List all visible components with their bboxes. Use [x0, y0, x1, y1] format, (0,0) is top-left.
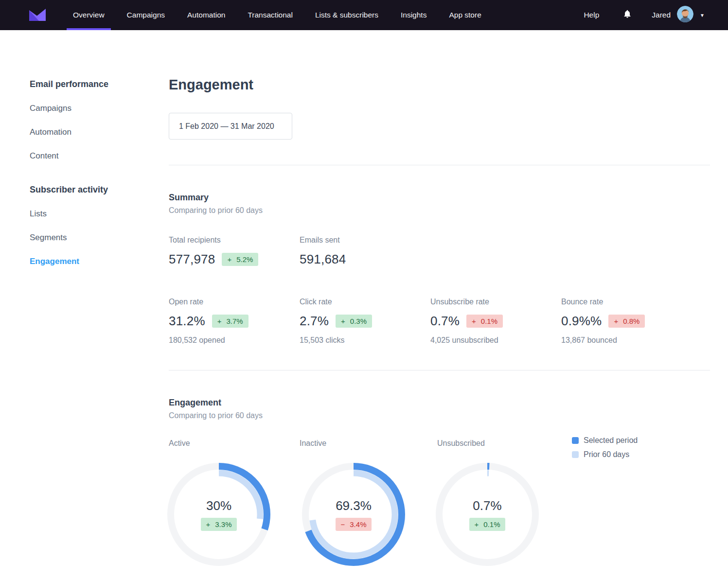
delta-sign: − [341, 520, 345, 529]
sidebar-item-automation[interactable]: Automation [30, 127, 151, 137]
legend-label: Selected period [584, 436, 638, 445]
divider [169, 370, 710, 370]
delta-sign: + [227, 255, 231, 264]
metric-bounce-rate: Bounce rate 0.9%% + 0.8% 13,867 bounced [561, 298, 692, 345]
nav-item-campaigns[interactable]: Campaigns [116, 0, 176, 30]
campaign-monitor-logo-icon [29, 7, 46, 23]
sidebar-section-email-performance: Email performance [30, 79, 151, 89]
delta-badge: + 5.2% [222, 253, 258, 266]
metric-value: 577,978 [169, 252, 215, 267]
donut-chart-active: 30% + 3.3% [167, 463, 270, 566]
metric-subtext: 13,867 bounced [561, 336, 692, 345]
date-range-picker[interactable]: 1 Feb 2020 — 31 Mar 2020 [169, 113, 292, 140]
delta-sign: + [614, 317, 618, 326]
metric-value: 0.9%% [561, 314, 602, 329]
legend-label: Prior 60 days [584, 450, 629, 459]
metric-value: 591,684 [300, 252, 346, 267]
delta-badge: − 3.4% [336, 518, 372, 531]
metric-label: Total recipients [169, 236, 300, 245]
donut-value: 69.3% [336, 498, 372, 513]
delta-sign: + [475, 520, 479, 529]
donut-label-unsubscribed: Unsubscribed [437, 439, 485, 448]
delta-value: 3.7% [227, 317, 243, 326]
engagement-heading: Engagement [169, 398, 710, 408]
metric-unsubscribe-rate: Unsubscribe rate 0.7% + 0.1% 4,025 unsub… [430, 298, 561, 345]
delta-badge: + 3.3% [201, 518, 237, 531]
delta-value: 3.4% [350, 520, 366, 529]
delta-value: 5.2% [236, 255, 253, 264]
delta-sign: + [341, 317, 345, 326]
delta-value: 0.1% [481, 317, 497, 326]
delta-badge: + 0.1% [466, 315, 503, 328]
brand-logo[interactable] [29, 7, 46, 23]
donut-chart-unsubscribed: 0.7% + 0.1% [436, 463, 539, 566]
metric-label: Unsubscribe rate [430, 298, 561, 306]
delta-value: 3.3% [215, 520, 231, 529]
sidebar-item-segments[interactable]: Segments [30, 233, 151, 243]
legend-swatch-prior [572, 451, 579, 458]
delta-sign: + [472, 317, 476, 326]
donut-label-active: Active [169, 439, 190, 448]
metric-label: Bounce rate [561, 298, 692, 306]
metric-value: 2.7% [300, 314, 329, 329]
delta-value: 0.1% [483, 520, 500, 529]
metric-value: 0.7% [430, 314, 460, 329]
summary-heading: Summary [169, 193, 710, 203]
sidebar-item-content[interactable]: Content [30, 151, 151, 161]
metric-label: Click rate [300, 298, 430, 306]
delta-sign: + [206, 520, 211, 529]
summary-row-1: Total recipients 577,978 + 5.2% Emails s… [169, 236, 710, 267]
donut-chart-inactive: 69.3% − 3.4% [302, 463, 405, 566]
engagement-subtitle: Comparing to prior 60 days [169, 411, 710, 420]
delta-badge: + 3.7% [212, 315, 249, 328]
engagement-section: Engagement Comparing to prior 60 days Ac… [169, 398, 710, 575]
donut-value: 30% [206, 498, 231, 513]
delta-value: 0.8% [623, 317, 639, 326]
legend-item-selected-period: Selected period [572, 436, 638, 445]
delta-badge: + 0.1% [469, 518, 506, 531]
sidebar-item-engagement[interactable]: Engagement [30, 257, 151, 266]
page: Overview Campaigns Automation Transactio… [0, 0, 728, 581]
delta-value: 0.3% [350, 317, 367, 326]
nav-item-overview[interactable]: Overview [62, 0, 116, 30]
page-title: Engagement [169, 77, 710, 93]
metric-subtext: 15,503 clicks [300, 336, 430, 345]
metric-value: 31.2% [169, 314, 205, 329]
sidebar: Email performance Campaigns Automation C… [30, 79, 151, 266]
legend-item-prior-60-days: Prior 60 days [572, 450, 638, 459]
delta-badge: + 0.8% [608, 315, 645, 328]
metric-click-rate: Click rate 2.7% + 0.3% 15,503 clicks [300, 298, 430, 345]
metric-subtext: 4,025 unsubscribed [430, 336, 561, 345]
metric-open-rate: Open rate 31.2% + 3.7% 180,532 opened [169, 298, 300, 345]
sidebar-item-campaigns[interactable]: Campaigns [30, 104, 151, 113]
delta-sign: + [217, 317, 222, 326]
metric-emails-sent: Emails sent 591,684 [300, 236, 430, 267]
date-range-value: 1 Feb 2020 — 31 Mar 2020 [179, 122, 274, 131]
divider [169, 165, 710, 165]
sidebar-section-subscriber-activity: Subscriber activity [30, 185, 151, 195]
delta-badge: + 0.3% [336, 315, 372, 328]
chart-legend: Selected period Prior 60 days [572, 436, 638, 459]
legend-swatch-selected [572, 437, 579, 444]
donut-label-inactive: Inactive [300, 439, 326, 448]
metric-total-recipients: Total recipients 577,978 + 5.2% [169, 236, 300, 267]
summary-row-2: Open rate 31.2% + 3.7% 180,532 opened Cl… [169, 298, 710, 345]
sidebar-item-lists[interactable]: Lists [30, 209, 151, 219]
metric-label: Emails sent [300, 236, 430, 245]
main-content: Engagement 1 Feb 2020 — 31 Mar 2020 Summ… [169, 0, 710, 575]
summary-subtitle: Comparing to prior 60 days [169, 206, 710, 215]
metric-label: Open rate [169, 298, 300, 306]
engagement-charts: Active Inactive Unsubscribed Selected pe… [169, 435, 710, 575]
donut-value: 0.7% [473, 498, 501, 513]
metric-subtext: 180,532 opened [169, 336, 300, 345]
summary-section: Summary Comparing to prior 60 days Total… [169, 193, 710, 345]
